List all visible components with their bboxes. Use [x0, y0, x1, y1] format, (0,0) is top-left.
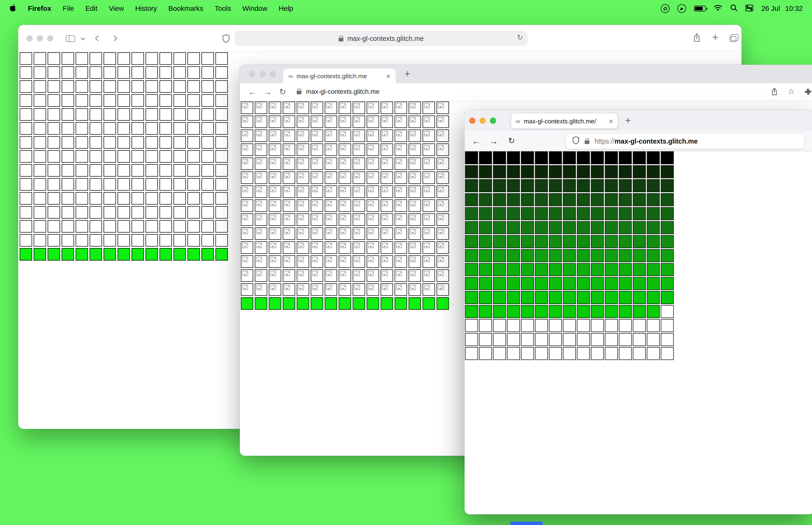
menu-tools[interactable]: Tools	[215, 5, 231, 13]
reload-icon[interactable]: ↻	[517, 33, 523, 41]
address-bar[interactable]: https://max-gl-contexts.glitch.me	[566, 134, 804, 149]
grid-cell	[173, 80, 186, 93]
browser-tab[interactable]: ∞ max-gl-contexts.glitch.me/ ×	[511, 114, 618, 129]
grid-cell	[187, 136, 200, 149]
grid-cell	[563, 249, 576, 262]
battery-icon[interactable]	[694, 6, 706, 11]
minimize-window-button[interactable]	[259, 71, 265, 77]
grid-cell	[159, 192, 172, 205]
minimize-window-button[interactable]	[479, 118, 486, 124]
broken-image-icon	[271, 243, 276, 248]
grid-cell	[633, 179, 646, 192]
grid-cell	[605, 193, 618, 206]
grid-cell	[311, 199, 323, 212]
back-button[interactable]: ←	[472, 137, 480, 146]
broken-image-icon	[410, 131, 416, 136]
address-bar[interactable]: max-gl-contexts.glitch.me	[306, 88, 380, 95]
share-icon[interactable]	[771, 87, 778, 98]
grid-cell	[395, 171, 407, 184]
broken-image-icon	[271, 131, 276, 136]
close-window-button[interactable]	[26, 35, 32, 41]
menu-bookmarks[interactable]: Bookmarks	[168, 5, 203, 13]
reload-icon[interactable]: ↻	[508, 137, 515, 145]
grid-cell	[563, 347, 576, 360]
grid-cell	[297, 241, 309, 254]
chrome-toolbar: ← → ↻ max-gl-contexts.glitch.me ☆	[240, 84, 812, 102]
grid-cell	[605, 179, 618, 192]
chevron-down-icon[interactable]	[81, 36, 85, 41]
zoom-window-button[interactable]	[270, 71, 276, 77]
broken-image-icon	[340, 131, 346, 136]
grid-cell	[325, 269, 337, 282]
privacy-shield-icon[interactable]	[222, 34, 230, 45]
grid-cell	[549, 277, 562, 290]
address-bar[interactable]: max-gl-contexts.glitch.me ↻	[234, 31, 528, 46]
tab-close-icon[interactable]: ×	[609, 117, 613, 124]
forward-button[interactable]: →	[489, 137, 498, 146]
browser-tab[interactable]: ∞ max-gl-contexts.glitch.me ×	[284, 69, 396, 84]
new-tab-button[interactable]: +	[404, 69, 410, 79]
grid-cell	[535, 193, 548, 206]
spotlight-search-icon[interactable]	[730, 4, 737, 13]
grid-cell	[269, 144, 281, 156]
new-tab-button[interactable]: +	[712, 31, 719, 42]
menu-history[interactable]: History	[135, 5, 157, 13]
menu-view[interactable]: View	[109, 5, 124, 13]
grid-cell	[62, 206, 74, 219]
grid-cell	[187, 220, 200, 232]
broken-image-icon	[271, 117, 276, 122]
broken-image-icon	[410, 201, 416, 206]
grid-cell	[479, 277, 492, 290]
zoom-window-button[interactable]	[490, 118, 496, 124]
menu-help[interactable]: Help	[279, 5, 293, 13]
forward-button[interactable]: →	[264, 88, 272, 96]
sidebar-toggle-icon[interactable]	[66, 35, 75, 42]
grid-cell	[409, 213, 421, 226]
forward-button[interactable]	[112, 35, 118, 41]
menu-file[interactable]: File	[63, 5, 74, 13]
broken-image-icon	[284, 271, 290, 276]
share-icon[interactable]	[693, 33, 701, 44]
zoom-window-button[interactable]	[47, 35, 53, 41]
apple-menu-icon[interactable]	[10, 3, 17, 13]
play-status-icon[interactable]: ▶	[677, 4, 686, 13]
back-button[interactable]	[95, 35, 101, 41]
close-window-button[interactable]	[249, 71, 255, 77]
menu-edit[interactable]: Edit	[85, 5, 97, 13]
minimize-window-button[interactable]	[37, 35, 43, 41]
grid-cell	[521, 333, 534, 346]
grid-cell	[577, 347, 590, 360]
menu-bar-clock[interactable]: 26 Jul 10:32	[761, 5, 802, 13]
tab-close-icon[interactable]: ×	[386, 72, 390, 79]
wifi-icon[interactable]	[714, 4, 722, 13]
broken-image-icon	[312, 257, 318, 262]
menu-window[interactable]: Window	[243, 5, 267, 13]
broken-image-icon	[326, 285, 332, 290]
broken-image-icon	[243, 173, 248, 178]
grid-cell	[241, 185, 253, 198]
tracking-shield-icon[interactable]	[572, 136, 580, 146]
reload-icon[interactable]: ↻	[279, 88, 286, 96]
extensions-puzzle-icon[interactable]	[804, 88, 812, 98]
broken-image-icon	[438, 117, 444, 122]
active-app-name[interactable]: Firefox	[28, 5, 51, 13]
grid-cell	[76, 248, 88, 260]
grid-cell	[465, 179, 478, 192]
grid-cell	[647, 207, 660, 220]
grid-cell	[423, 171, 435, 184]
broken-image-icon	[271, 159, 276, 164]
broken-image-icon	[284, 187, 290, 192]
back-button[interactable]: ←	[248, 88, 256, 96]
bookmark-star-icon[interactable]: ☆	[787, 87, 795, 95]
grid-cell	[20, 220, 32, 232]
grid-cell	[549, 235, 562, 248]
control-center-icon[interactable]	[745, 4, 753, 13]
grid-cell	[479, 207, 492, 220]
google-status-icon[interactable]: G	[661, 4, 670, 13]
new-tab-button[interactable]: +	[625, 116, 631, 125]
grid-cell	[549, 151, 562, 164]
grid-cell	[633, 165, 646, 178]
grid-cell	[493, 305, 506, 318]
tab-overview-icon[interactable]	[730, 36, 737, 42]
close-window-button[interactable]	[469, 118, 475, 124]
